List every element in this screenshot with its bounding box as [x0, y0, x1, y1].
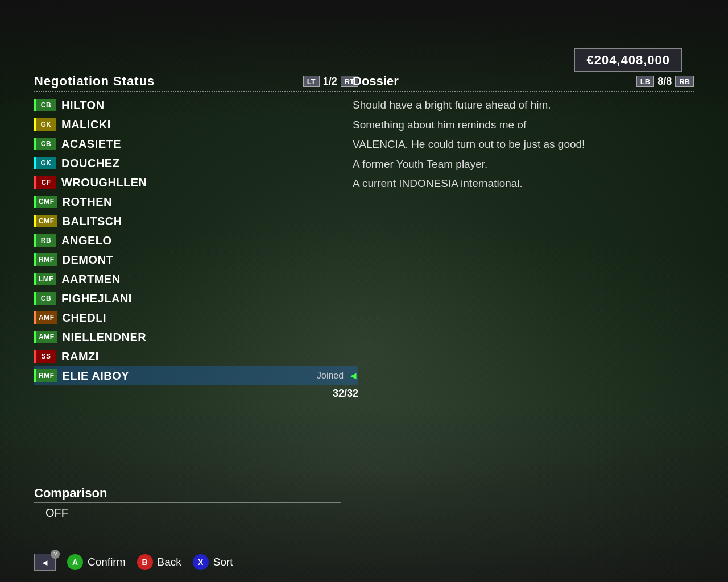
rb-button[interactable]: RB	[675, 76, 694, 87]
position-badge: CF	[34, 176, 56, 189]
dossier-line: A current INDONESIA international.	[353, 176, 694, 192]
player-name: ROTHEN	[63, 196, 359, 209]
player-row[interactable]: CMFROTHEN	[34, 192, 358, 211]
position-badge: CB	[34, 99, 56, 111]
position-badge: RB	[34, 234, 56, 247]
player-row[interactable]: GKMALICKI	[34, 115, 358, 134]
sort-control[interactable]: X Sort	[193, 554, 233, 570]
player-row[interactable]: RMFELIE AIBOYJoined◄	[34, 366, 358, 385]
position-badge: CB	[34, 292, 56, 305]
comparison-value: OFF	[34, 506, 341, 519]
confirm-a-button: A	[67, 554, 83, 570]
page-indicator: LT 1/2 RT	[303, 76, 358, 88]
player-name: DEMONT	[63, 253, 359, 267]
player-name: DOUCHEZ	[61, 157, 358, 170]
back-b-button: B	[137, 554, 153, 570]
back-arrow-icon: ◄	[41, 558, 49, 567]
main-content: €204,408,000 Negotiation Status LT 1/2 R…	[0, 0, 728, 582]
lb-button[interactable]: LB	[636, 76, 654, 87]
position-badge: CB	[34, 138, 56, 150]
sort-label: Sort	[213, 556, 233, 568]
page-number: 1/2	[323, 76, 337, 88]
player-name: NIELLENDNER	[63, 331, 359, 344]
confirm-label: Confirm	[88, 556, 126, 568]
dossier-header: Dossier LB 8/8 RB	[353, 74, 694, 89]
position-badge: RMF	[34, 369, 57, 382]
player-row[interactable]: CMFBALITSCH	[34, 211, 358, 231]
count-display: 32/32	[34, 388, 358, 400]
player-name: WROUGHLLEN	[61, 176, 358, 189]
header-divider	[34, 91, 358, 92]
dossier-line: VALENCIA. He could turn out to be just a…	[353, 137, 694, 152]
dossier-title: Dossier	[353, 74, 399, 89]
position-badge: GK	[34, 118, 56, 131]
help-button[interactable]: ◄ ?	[34, 554, 56, 571]
position-badge: CMF	[34, 215, 57, 227]
dossier-page-number: 8/8	[657, 76, 672, 88]
player-row[interactable]: CBFIGHEJLANI	[34, 289, 358, 308]
player-row[interactable]: GKDOUCHEZ	[34, 153, 358, 173]
confirm-control[interactable]: A Confirm	[67, 554, 126, 570]
player-name: RAMZI	[61, 350, 358, 363]
player-row[interactable]: CBACASIETE	[34, 134, 358, 153]
dossier-divider	[353, 91, 694, 92]
player-name: BALITSCH	[63, 215, 359, 228]
budget-amount: €204,408,000	[586, 53, 670, 67]
left-panel: Negotiation Status LT 1/2 RT CBHILTONGKM…	[34, 74, 358, 537]
sort-x-button: X	[193, 554, 209, 570]
player-row[interactable]: AMFNIELLENDNER	[34, 327, 358, 347]
player-row[interactable]: CBHILTON	[34, 95, 358, 115]
dossier-text: Should have a bright future ahead of him…	[353, 98, 694, 192]
position-badge: SS	[34, 350, 56, 363]
player-row[interactable]: RMFDEMONT	[34, 250, 358, 269]
dossier-line: Should have a bright future ahead of him…	[353, 98, 694, 113]
question-icon: ?	[51, 550, 60, 559]
right-panel: Dossier LB 8/8 RB Should have a bright f…	[353, 74, 694, 196]
budget-display: €204,408,000	[574, 48, 682, 72]
comparison-title: Comparison	[34, 486, 341, 503]
position-badge: GK	[34, 157, 56, 169]
back-control[interactable]: B Back	[137, 554, 181, 570]
dossier-line: Something about him reminds me of	[353, 118, 694, 133]
join-arrow-icon: ◄	[348, 370, 358, 382]
player-name: ACASIETE	[61, 138, 358, 151]
player-name: HILTON	[61, 99, 358, 112]
player-row[interactable]: CFWROUGHLLEN	[34, 173, 358, 192]
player-status: Joined	[317, 371, 344, 381]
player-list: CBHILTONGKMALICKICBACASIETEGKDOUCHEZCFWR…	[34, 95, 358, 385]
player-name: MALICKI	[61, 118, 358, 131]
dossier-line: A former Youth Team player.	[353, 157, 694, 172]
lt-button[interactable]: LT	[303, 76, 320, 87]
player-name: AARTMEN	[61, 273, 358, 286]
position-badge: AMF	[34, 331, 57, 343]
player-name: ELIE AIBOY	[63, 369, 317, 383]
player-name: CHEDLI	[63, 311, 359, 325]
position-badge: LMF	[34, 273, 56, 285]
back-label: Back	[158, 556, 181, 568]
negotiation-title: Negotiation Status	[34, 74, 155, 89]
player-row[interactable]: RBANGELO	[34, 231, 358, 250]
dossier-page-indicator: LB 8/8 RB	[636, 76, 694, 88]
negotiation-header: Negotiation Status LT 1/2 RT	[34, 74, 358, 89]
player-row[interactable]: AMFCHEDLI	[34, 308, 358, 327]
position-badge: CMF	[34, 196, 57, 208]
player-row[interactable]: LMFAARTMEN	[34, 269, 358, 289]
position-badge: RMF	[34, 253, 57, 266]
player-row[interactable]: SSRAMZI	[34, 347, 358, 366]
player-name: FIGHEJLANI	[61, 292, 358, 305]
player-name: ANGELO	[61, 234, 358, 247]
selected-dots	[34, 385, 358, 385]
comparison-section: Comparison OFF	[34, 486, 341, 519]
position-badge: AMF	[34, 311, 57, 324]
bottom-controls: ◄ ? A Confirm B Back X Sort	[34, 554, 233, 571]
